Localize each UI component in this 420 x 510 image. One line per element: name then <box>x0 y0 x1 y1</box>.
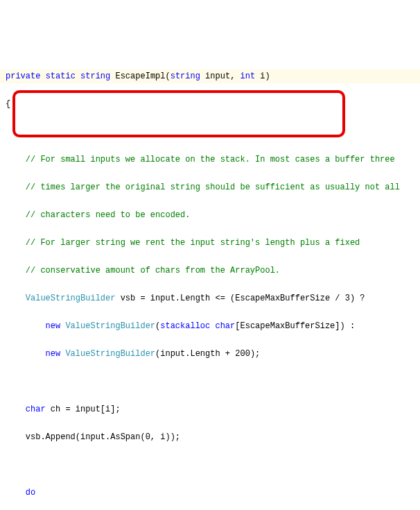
expr: (input.Length + <box>155 349 235 359</box>
comment-line: // For larger string we rent the input s… <box>0 236 420 250</box>
literal-0: 0 <box>146 432 150 442</box>
blank-line <box>0 125 420 139</box>
expr: = input.Length <= (EscapeMaxBufferSize / <box>135 294 344 303</box>
literal-3: 3 <box>345 294 350 303</box>
keyword-char: char <box>26 405 46 414</box>
param2-type: int <box>240 71 256 81</box>
keyword-private: private <box>6 71 40 81</box>
comment-line: // times larger the original string shou… <box>0 180 420 194</box>
expr: , i)); <box>150 432 180 442</box>
param2-name: i <box>260 71 265 81</box>
literal-200: 200 <box>235 349 250 359</box>
blank-line <box>0 375 420 389</box>
code-block: private static string EscapeImpl(string … <box>0 56 420 510</box>
vsb-decl-line2: new ValueStringBuilder(stackalloc char[E… <box>0 319 420 333</box>
method-name: EscapeImpl <box>115 71 165 81</box>
var-vsb: vsb <box>121 294 136 303</box>
blank-line <box>0 458 420 472</box>
brace-open: { <box>0 97 420 111</box>
type-vsb: ValueStringBuilder <box>65 349 155 359</box>
comment-line: // conservative amount of chars from the… <box>0 264 420 278</box>
expr: vsb.Append(input.AsSpan( <box>26 432 146 442</box>
vsb-decl-line3: new ValueStringBuilder(input.Length + 20… <box>0 347 420 361</box>
method-signature: private static string EscapeImpl(string … <box>0 69 420 83</box>
comment-line: // For small inputs we allocate on the s… <box>0 153 420 167</box>
expr-tail: ); <box>250 349 260 359</box>
keyword-new: new <box>46 349 61 359</box>
comment-text: // For larger string we rent the input s… <box>26 238 360 248</box>
keyword-static: static <box>46 71 76 81</box>
keyword-stackalloc: stackalloc <box>160 321 210 331</box>
param1-name: input <box>205 71 230 81</box>
comment-text: // For small inputs we allocate on the s… <box>26 155 395 164</box>
comment-text: // characters need to be encoded. <box>26 210 191 220</box>
keyword-new: new <box>46 321 61 331</box>
type-vsb: ValueStringBuilder <box>65 321 155 331</box>
expr: ch = input[i]; <box>46 405 121 414</box>
keyword-do: do <box>26 488 35 498</box>
keyword-char: char <box>215 321 235 331</box>
param1-type: string <box>170 71 200 81</box>
expr-tail: ) ? <box>350 294 365 303</box>
expr-tail: [EscapeMaxBufferSize]) : <box>235 321 355 331</box>
type-vsb: ValueStringBuilder <box>26 294 116 303</box>
append-span: vsb.Append(input.AsSpan(0, i)); <box>0 430 420 444</box>
vsb-decl-line1: ValueStringBuilder vsb = input.Length <=… <box>0 291 420 305</box>
ch-decl: char ch = input[i]; <box>0 402 420 416</box>
comment-text: // times larger the original string shou… <box>26 182 400 192</box>
do-line: do <box>0 486 420 500</box>
comment-line: // characters need to be encoded. <box>0 208 420 222</box>
keyword-string: string <box>80 71 110 81</box>
comment-text: // conservative amount of chars from the… <box>26 266 280 275</box>
